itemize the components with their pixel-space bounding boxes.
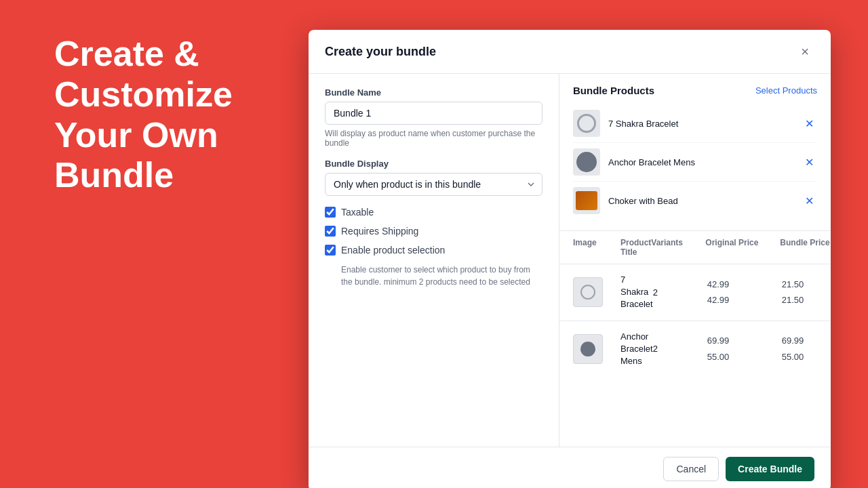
product-chip-name-1: 7 Shakra Bracelet <box>608 119 801 129</box>
remove-product-3-button[interactable]: ✕ <box>801 192 817 209</box>
modal: Create your bundle × Bundle Name Will di… <box>309 30 831 488</box>
bundle-name-input[interactable] <box>325 102 542 125</box>
bundle-products-section: Bundle Products Select Products 7 Shakra… <box>559 74 831 231</box>
table-row: Anchor BraceletMens 2 69.9955.00 69.9955… <box>559 321 831 378</box>
bundle-display-label: Bundle Display <box>325 159 542 169</box>
taxable-row: Taxable <box>325 207 542 218</box>
bundle-name-hint: Will display as product name when custom… <box>325 129 542 148</box>
select-products-link[interactable]: Select Products <box>755 85 817 96</box>
close-button[interactable]: × <box>795 42 814 61</box>
anchor-bracelet-icon <box>576 152 597 172</box>
bundle-display-select[interactable]: Only when product is in this bundle Alwa… <box>325 173 542 196</box>
product-chip-3: Choker with Bead ✕ <box>573 182 817 220</box>
modal-header: Create your bundle × <box>309 30 831 74</box>
chakra-bracelet-icon <box>577 114 596 133</box>
products-table: Image Product Title Variants Original Pr… <box>559 231 831 447</box>
requires-shipping-row: Requires Shipping <box>325 226 542 237</box>
row-2-original-price: 69.9955.00 <box>707 333 782 365</box>
requires-shipping-label: Requires Shipping <box>341 226 418 237</box>
choker-bead-icon <box>576 191 597 210</box>
row-1-img-container <box>573 277 603 307</box>
enable-selection-hint: Enable customer to select which product … <box>341 264 542 288</box>
row-1-title: 7 Shakra Bracelet <box>620 274 653 311</box>
enable-selection-checkbox[interactable] <box>325 245 336 256</box>
cancel-button[interactable]: Cancel <box>663 457 719 481</box>
hero-title-text: Create &CustomizeYour OwnBundle <box>54 34 233 195</box>
row-2-variants: 2 <box>653 344 707 354</box>
product-chip-name-2: Anchor Bracelet Mens <box>608 157 801 167</box>
col-image: Image <box>573 238 620 257</box>
modal-title: Create your bundle <box>325 45 436 59</box>
row-1-icon <box>580 285 595 300</box>
col-product-title: Product Title <box>620 238 651 257</box>
row-1-original-price: 42.9942.99 <box>707 277 782 308</box>
remove-product-2-button[interactable]: ✕ <box>801 154 817 170</box>
row-2-img-container <box>573 334 603 364</box>
product-chip-1: 7 Shakra Bracelet ✕ <box>573 104 817 143</box>
left-panel: Bundle Name Will display as product name… <box>309 74 559 447</box>
product-chip-img-3 <box>573 187 600 214</box>
product-chip-2: Anchor Bracelet Mens ✕ <box>573 143 817 182</box>
hero-title: Create &CustomizeYour OwnBundle <box>54 34 298 196</box>
right-panel: Bundle Products Select Products 7 Shakra… <box>559 74 831 447</box>
col-bundle-price: Bundle Price <box>780 238 831 257</box>
enable-selection-row: Enable product selection <box>325 245 542 256</box>
row-1-variants: 2 <box>653 287 707 298</box>
bundle-name-label: Bundle Name <box>325 87 542 98</box>
row-1-image <box>573 277 620 307</box>
row-2-icon <box>580 342 595 357</box>
col-variants: Variants <box>651 238 705 257</box>
taxable-label: Taxable <box>341 207 374 218</box>
remove-product-1-button[interactable]: ✕ <box>801 115 817 131</box>
enable-selection-section: Enable product selection Enable customer… <box>325 245 542 288</box>
table-row: 7 Shakra Bracelet 2 42.9942.99 21.5021.5… <box>559 264 831 321</box>
product-chip-img-2 <box>573 148 600 176</box>
row-2-title: Anchor BraceletMens <box>620 331 653 368</box>
taxable-checkbox[interactable] <box>325 207 336 218</box>
create-bundle-button[interactable]: Create Bundle <box>726 457 814 481</box>
product-chip-img-1 <box>573 110 600 137</box>
col-original-price: Original Price <box>705 238 780 257</box>
row-2-bundle-price: 69.9955.00 <box>782 333 831 365</box>
bundle-products-title: Bundle Products <box>573 85 654 96</box>
bundle-products-header: Bundle Products Select Products <box>573 85 817 96</box>
modal-footer: Cancel Create Bundle <box>309 447 831 488</box>
enable-selection-label: Enable product selection <box>341 245 445 256</box>
row-2-image <box>573 334 620 364</box>
row-1-bundle-price: 21.5021.50 <box>782 277 831 308</box>
requires-shipping-checkbox[interactable] <box>325 226 336 237</box>
table-header: Image Product Title Variants Original Pr… <box>559 231 831 264</box>
modal-body: Bundle Name Will display as product name… <box>309 74 831 447</box>
product-chip-name-3: Choker with Bead <box>608 196 801 206</box>
